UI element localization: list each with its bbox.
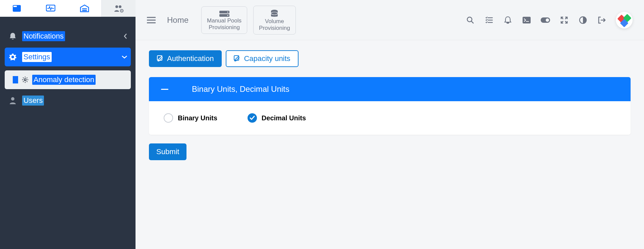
card-line1: Volume (265, 18, 284, 25)
card-line2: Provisioning (259, 25, 290, 32)
tab-authentication[interactable]: Authentication (149, 50, 222, 67)
card-line1: Manual Pools (207, 17, 241, 24)
search-icon[interactable] (461, 16, 480, 24)
svg-point-10 (11, 97, 14, 101)
chevron-left-icon (123, 33, 127, 39)
main-area: Home Manual Pools Provisioning Volume Pr… (136, 0, 644, 249)
svg-point-9 (24, 79, 26, 81)
sidebar-item-settings[interactable]: Settings (5, 48, 131, 66)
user-avatar[interactable] (616, 12, 633, 28)
server-icon (219, 10, 230, 17)
svg-rect-4 (82, 10, 87, 11)
bell-icon (8, 32, 17, 40)
monitor-icon (46, 5, 55, 12)
sidebar-item-users[interactable]: Users (0, 91, 136, 110)
bell-icon[interactable] (498, 16, 517, 24)
svg-rect-3 (82, 8, 87, 9)
warehouse-icon (80, 4, 89, 12)
logout-icon[interactable] (592, 16, 611, 24)
topbar: Home Manual Pools Provisioning Volume Pr… (136, 0, 644, 40)
edit-icon (157, 55, 164, 62)
database-icon (270, 9, 279, 18)
panel-body: Binary Units Decimal Units (149, 101, 631, 135)
active-indicator (13, 76, 18, 83)
svg-point-20 (546, 18, 549, 22)
collapse-icon (161, 89, 168, 90)
checklist-icon[interactable] (480, 16, 498, 24)
settings-tabs: Authentication Capacity units (149, 50, 631, 67)
svg-point-8 (121, 10, 122, 11)
radio-decimal-units[interactable]: Decimal Units (248, 113, 306, 123)
edit-icon (234, 55, 240, 62)
radio-label: Binary Units (178, 114, 217, 122)
capacity-units-panel: Binary Units, Decimal Units Binary Units… (149, 77, 631, 135)
svg-point-14 (227, 11, 228, 12)
tab-label: Authentication (167, 54, 214, 63)
user-icon (8, 97, 17, 105)
gear-icon (8, 53, 17, 61)
svg-rect-18 (523, 17, 531, 23)
radio-unchecked-icon (164, 113, 173, 123)
svg-rect-1 (13, 6, 17, 7)
tab-capacity-units[interactable]: Capacity units (226, 50, 298, 67)
submit-button[interactable]: Submit (149, 143, 186, 160)
sidebar-item-label: Anomaly detection (32, 75, 96, 85)
sidebar-item-label: Users (22, 96, 44, 106)
radio-checked-icon (248, 113, 257, 123)
radio-label: Decimal Units (262, 114, 306, 122)
svg-point-13 (227, 15, 228, 16)
toggle-icon[interactable] (536, 17, 555, 23)
fullscreen-icon[interactable] (555, 16, 574, 24)
sidebar-nav: Notifications Settings (0, 17, 136, 110)
volume-provisioning-button[interactable]: Volume Provisioning (253, 6, 296, 35)
sidebar-item-label: Notifications (22, 31, 65, 41)
sidebar-tab-monitor[interactable] (34, 0, 68, 17)
sidebar-item-label: Settings (22, 52, 52, 62)
tab-label: Capacity units (244, 54, 290, 63)
sidebar-item-anomaly-detection[interactable]: Anomaly detection (5, 70, 131, 89)
menu-toggle-icon[interactable] (147, 16, 156, 24)
page-content: Authentication Capacity units Binary Uni… (136, 40, 644, 249)
sidebar-item-notifications[interactable]: Notifications (0, 27, 136, 46)
svg-point-6 (119, 5, 121, 8)
panel-header[interactable]: Binary Units, Decimal Units (149, 77, 631, 101)
gear-icon (21, 76, 29, 83)
sidebar-top-tabs (0, 0, 136, 17)
sidebar-tab-users[interactable] (101, 0, 136, 17)
home-link[interactable]: Home (167, 15, 189, 25)
window-icon (12, 5, 21, 12)
sidebar: Notifications Settings (0, 0, 136, 249)
contrast-icon[interactable] (574, 16, 592, 24)
sidebar-tab-app[interactable] (0, 0, 34, 17)
sidebar-tab-storage[interactable] (68, 0, 102, 17)
card-line2: Provisioning (209, 24, 240, 31)
panel-title: Binary Units, Decimal Units (192, 84, 289, 94)
people-gear-icon (114, 4, 124, 12)
terminal-icon[interactable] (517, 16, 536, 24)
chevron-down-icon (121, 55, 127, 59)
radio-binary-units[interactable]: Binary Units (164, 113, 217, 123)
svg-point-5 (115, 5, 118, 8)
manual-pools-provisioning-button[interactable]: Manual Pools Provisioning (201, 6, 247, 34)
